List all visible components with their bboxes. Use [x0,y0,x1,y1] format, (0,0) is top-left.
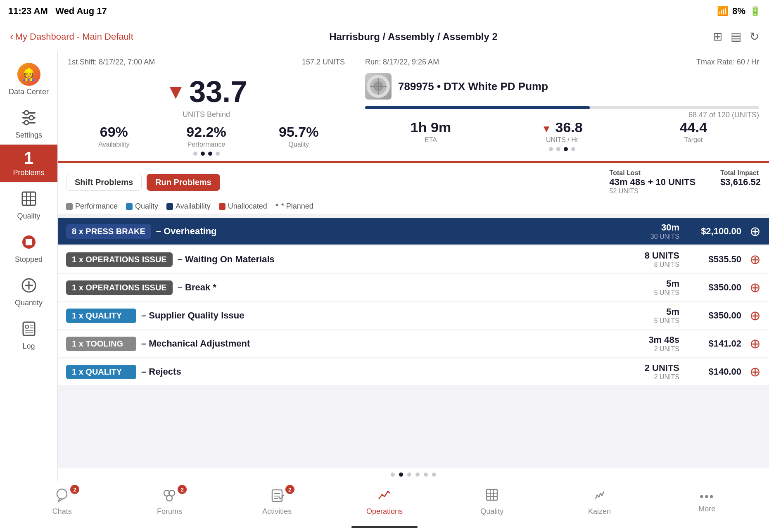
status-bar: 11:23 AM Wed Aug 17 📶 8% 🔋 [0,0,769,22]
pdot-1 [391,473,395,477]
problem-row-3[interactable]: 1 x OPERATIONS ISSUE – Break * 5m 5 UNIT… [58,274,769,301]
total-impact-group: Total Impact $3,616.52 [720,169,761,188]
back-chevron-icon: ‹ [10,30,14,43]
nav-item-activities[interactable]: 2 Activities [252,487,302,516]
legend-quality: Quality [126,202,158,211]
legend-dot-quality [126,203,133,210]
sidebar-item-quality[interactable]: Quality [0,182,57,226]
activities-badge: 2 [285,485,294,494]
kaizen-label: Kaizen [588,507,611,516]
right-metrics-row: 1h 9m ETA ▼ 36.8 UNITS / Hr 44.4 Target [365,119,759,144]
dot-4 [216,152,220,156]
svg-point-36 [384,496,385,497]
legend-planned: * * Planned [275,202,313,211]
battery-icon: 8% [732,6,745,17]
problem-add-1[interactable]: ⊕ [750,223,761,239]
problem-add-6[interactable]: ⊕ [750,364,761,380]
problem-tag-2: 1 x OPERATIONS ISSUE [66,252,173,267]
problem-row-6[interactable]: 1 x QUALITY – Rejects 2 UNITS 2 UNITS $1… [58,359,769,385]
pdot-5 [424,473,428,477]
nav-item-chats[interactable]: 2 Chats [37,487,87,516]
sidebar-label-settings: Settings [15,131,42,140]
problem-tag-3: 1 x OPERATIONS ISSUE [66,280,173,295]
sidebar-item-data-center[interactable]: 👷 Data Center [0,58,57,101]
units-behind-label: UNITS Behind [183,110,230,119]
svg-rect-12 [26,239,32,245]
metric-target: 44.4 Target [628,119,759,144]
status-time: 11:23 AM Wed Aug 17 [8,6,107,17]
problem-cost-5: $141.02 [688,338,741,349]
problem-row-2[interactable]: 1 x OPERATIONS ISSUE – Waiting On Materi… [58,246,769,273]
quality-nav-icon [484,487,499,506]
total-impact-label: Total Impact [720,169,761,177]
battery-visual: 🔋 [750,6,761,17]
pdot-4 [415,473,420,477]
nav-item-kaizen[interactable]: Kaizen [575,487,624,516]
problem-desc-3: – Break * [178,282,626,293]
hierarchy-icon[interactable]: ⊞ [713,30,722,43]
left-dots [68,148,345,159]
table-icon[interactable]: ▤ [731,30,741,43]
problem-desc-2: – Waiting On Materials [178,254,626,265]
down-arrow-icon: ▼ [166,80,186,104]
sidebar-item-stopped[interactable]: Stopped [0,226,57,269]
metric-performance: 92.2% Performance [160,124,253,148]
metric-eta: 1h 9m ETA [365,119,496,144]
big-number: ▼ 33.7 [166,75,247,109]
svg-point-27 [57,489,67,499]
tab-shift-problems[interactable]: Shift Problems [66,174,142,191]
forums-label: Forums [157,507,182,516]
problem-row-1[interactable]: 8 x PRESS BRAKE – Overheating 30m 30 UNI… [58,218,769,245]
nav-item-forums[interactable]: 2 Forums [145,487,194,516]
progress-label: 68.47 of 120 (UNITS) [365,111,759,119]
forums-icon [162,487,177,506]
metrics-row-left: 69% Availability 92.2% Performance 95.7%… [68,119,345,148]
problem-time-6: 2 UNITS 2 UNITS [626,363,679,381]
rdot-3 [564,147,568,151]
sidebar-label-quality: Quality [17,212,40,221]
page-title: Harrisburg / Assembly / Assembly 2 [150,31,676,43]
log-icon [17,317,40,340]
forums-badge: 2 [178,485,187,494]
problem-tag-1: 8 x PRESS BRAKE [66,224,151,239]
operations-icon [377,487,392,506]
sidebar-item-quantity[interactable]: Quantity [0,269,57,312]
problem-add-5[interactable]: ⊕ [750,336,761,352]
pdot-6 [432,473,436,477]
sidebar-label-data-center: Data Center [9,88,49,96]
problem-tag-5: 1 x TOOLING [66,337,136,351]
dot-1 [193,152,197,156]
chats-badge: 2 [70,485,79,494]
problem-add-4[interactable]: ⊕ [750,308,761,323]
quality-nav-label: Quality [480,507,503,516]
home-indicator [0,522,769,532]
problem-row-5[interactable]: 1 x TOOLING – Mechanical Adjustment 3m 4… [58,330,769,357]
svg-point-4 [29,116,33,120]
sidebar-item-log[interactable]: Log [0,312,57,356]
total-lost-units: 52 UNITS [610,188,696,195]
nav-item-more[interactable]: ••• More [682,490,732,513]
total-lost-value: 43m 48s + 10 UNITS [610,177,696,188]
refresh-icon[interactable]: ↻ [750,30,759,43]
legend-dot-performance [66,203,73,210]
sidebar-item-problems[interactable]: 1 Problems [0,145,57,182]
pdot-3 [407,473,411,477]
problems-section: Shift Problems Run Problems Total Lost 4… [58,163,769,481]
nav-icons: ⊞ ▤ ↻ [676,30,759,43]
sidebar-label-log: Log [22,342,35,351]
nav-item-operations[interactable]: Operations [360,487,409,516]
svg-line-47 [602,492,604,496]
back-button[interactable]: ‹ My Dashboard - Main Default [10,30,150,43]
sidebar-item-settings[interactable]: Settings [0,101,57,145]
metric-quality: 95.7% Quality [252,124,345,148]
problem-row-4[interactable]: 1 x QUALITY – Supplier Quality Issue 5m … [58,302,769,329]
avatar: 👷 [17,63,40,86]
problem-add-2[interactable]: ⊕ [750,252,761,267]
problem-time-2: 8 UNITS 8 UNITS [626,250,679,268]
tab-run-problems[interactable]: Run Problems [147,174,220,191]
problem-add-3[interactable]: ⊕ [750,280,761,295]
svg-point-5 [24,121,28,125]
nav-item-quality[interactable]: Quality [467,487,517,516]
status-indicators: 📶 8% 🔋 [717,6,761,17]
problem-tag-4: 1 x QUALITY [66,309,136,323]
